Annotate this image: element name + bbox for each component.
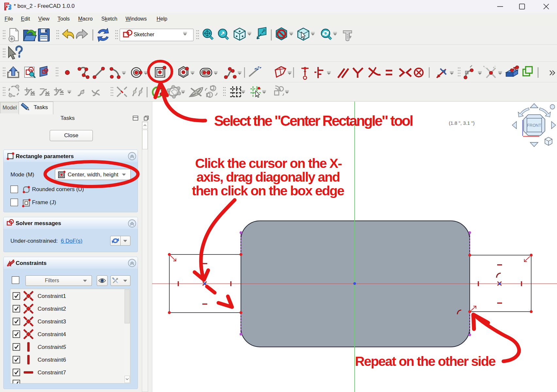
svg-text:axis, drag diagonally and: axis, drag diagonally and xyxy=(196,170,340,185)
svg-text:then click on the box edge: then click on the box edge xyxy=(192,183,345,198)
svg-text:Click the cursor on the X-: Click the cursor on the X- xyxy=(195,156,342,171)
svg-text:Repeat on the other side: Repeat on the other side xyxy=(355,354,496,369)
svg-text:Select the "Center Rectangle": Select the "Center Rectangle" tool xyxy=(214,113,414,129)
